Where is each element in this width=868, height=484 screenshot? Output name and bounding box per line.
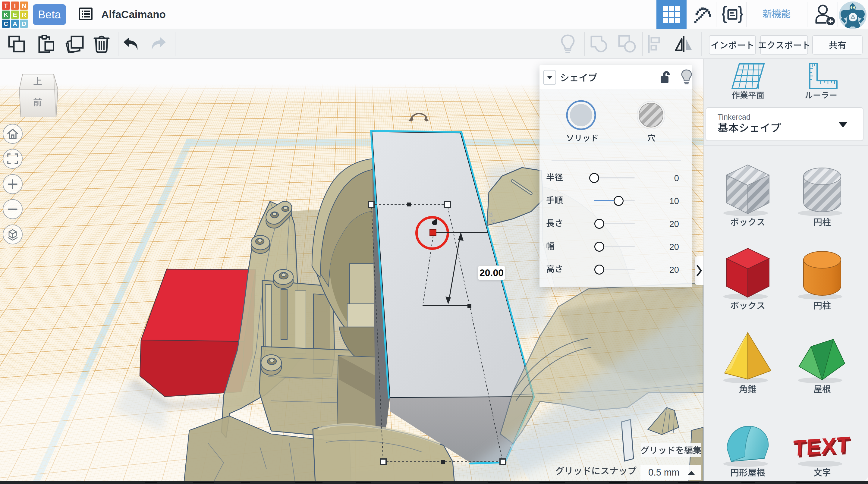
slider-value: 0 (649, 173, 679, 183)
zoom-out-button[interactable] (3, 199, 23, 219)
sidebar-collapse-tab[interactable] (695, 256, 704, 285)
grid-icon (663, 6, 680, 23)
svg-text:TEXT: TEXT (794, 432, 850, 461)
svg-text:20: 20 (490, 218, 497, 225)
export-button[interactable] (760, 35, 808, 55)
ruler-icon (803, 62, 839, 91)
slider-value: 20 (649, 242, 679, 252)
snap-grid-select[interactable]: 0.5 mm (641, 465, 701, 480)
workplane-icon (730, 62, 766, 91)
paste-icon (37, 35, 54, 53)
clipped-hint-text (193, 482, 214, 483)
clipped-hint-text (419, 482, 443, 483)
home-view-button[interactable] (3, 124, 23, 144)
user-avatar[interactable] (839, 1, 867, 29)
mirror-button[interactable] (673, 29, 694, 58)
beta-badge[interactable]: Beta (33, 4, 66, 25)
chevron-down-icon (547, 76, 553, 79)
shape-label (711, 468, 785, 477)
fit-view-button[interactable] (3, 149, 23, 169)
perspective-toggle-button[interactable] (3, 224, 23, 244)
lock-button[interactable] (659, 70, 672, 84)
shape-library-sidebar: Tinkercad TEXTTEXT (704, 59, 868, 481)
duplicate-button[interactable] (64, 29, 85, 58)
ruler-tool[interactable] (803, 62, 839, 101)
shape-thumb-striped-box[interactable] (719, 161, 776, 218)
align-button[interactable] (645, 29, 665, 58)
codeblocks-button[interactable] (718, 0, 746, 29)
zoom-in-button[interactable] (3, 174, 23, 194)
dashboard-grid-button[interactable] (656, 0, 687, 29)
logo-tile: T (2, 1, 10, 10)
toolbar-separator (118, 32, 119, 56)
shape-collection-dropdown[interactable]: Tinkercad (706, 107, 864, 141)
shape-thumb-green-roof[interactable] (794, 328, 851, 385)
minus-icon (7, 204, 18, 215)
viewcube-top-label[interactable] (33, 77, 42, 86)
select-up-arrow-icon (688, 471, 695, 475)
design-title[interactable]: AlfaCaimano (101, 0, 166, 29)
solid-label (566, 134, 596, 142)
viewcube-front-label[interactable] (33, 98, 42, 107)
solid-option[interactable] (565, 99, 597, 131)
light-toggle-button[interactable] (558, 29, 578, 58)
copy-button[interactable] (7, 29, 26, 58)
paste-button[interactable] (36, 29, 56, 58)
lightbulb-icon (681, 69, 692, 85)
shape-thumb-teal-round-roof[interactable] (719, 412, 776, 468)
tinkercad-logo[interactable]: TINKERCAD (2, 1, 28, 28)
clipped-hint-text (355, 482, 371, 483)
slider-knob[interactable] (594, 265, 604, 275)
slider-label (546, 196, 563, 204)
lightbulb-icon (560, 34, 576, 54)
redo-icon (148, 37, 167, 51)
slider-knob[interactable] (589, 173, 599, 183)
snap-value: 0.5 mm (648, 467, 679, 478)
panel-collapse-button[interactable] (543, 70, 556, 85)
slider-label (546, 242, 555, 250)
edit-grid-button[interactable] (641, 443, 701, 457)
redo-button[interactable] (147, 29, 168, 58)
logo-tile: D (20, 20, 28, 28)
group-button[interactable] (589, 29, 610, 58)
unlock-icon (659, 70, 672, 84)
light-button[interactable] (681, 69, 692, 85)
dropdown-arrow-icon (839, 122, 847, 127)
share-button[interactable] (812, 35, 863, 55)
fit-view-icon (7, 153, 19, 164)
shape-thumb-yellow-pyramid[interactable] (719, 328, 776, 385)
shape-thumb-orange-cylinder[interactable] (794, 244, 851, 301)
design-properties-icon[interactable] (79, 7, 93, 20)
import-button[interactable] (709, 35, 756, 55)
slider-knob[interactable] (594, 219, 604, 229)
delete-button[interactable] (92, 29, 111, 58)
align-icon (647, 35, 663, 53)
chevron-right-icon (696, 265, 703, 277)
toolbar-separator (642, 32, 643, 56)
slider-knob[interactable] (594, 242, 604, 252)
whats-new-link[interactable] (749, 0, 804, 29)
shape-thumb-red-box[interactable] (719, 244, 776, 301)
undo-button[interactable] (121, 29, 142, 58)
workplane-tool[interactable] (730, 62, 766, 101)
shape-thumb-red-text[interactable]: TEXTTEXT (794, 412, 851, 468)
trash-icon (93, 35, 110, 53)
edit-toolbar (0, 29, 868, 59)
whats-new-label (763, 9, 790, 20)
tinker-button[interactable] (689, 0, 716, 29)
slider-knob[interactable] (614, 196, 624, 206)
import-label (711, 41, 754, 50)
hole-option[interactable] (635, 99, 667, 131)
app-header: TINKERCAD Beta AlfaCaimano (0, 0, 868, 29)
clipped-hint-text (488, 482, 500, 483)
view-cube[interactable] (16, 71, 61, 122)
ungroup-button[interactable] (617, 29, 638, 58)
invite-button[interactable] (811, 0, 837, 29)
header-separator (807, 2, 807, 27)
collection-name (718, 122, 781, 133)
slider-track[interactable] (594, 177, 635, 178)
shape-thumb-striped-cylinder[interactable] (794, 161, 851, 218)
dimension-value-label[interactable]: 20.00 (478, 266, 505, 280)
slider-value: 10 (649, 196, 679, 206)
perspective-icon (7, 229, 19, 241)
